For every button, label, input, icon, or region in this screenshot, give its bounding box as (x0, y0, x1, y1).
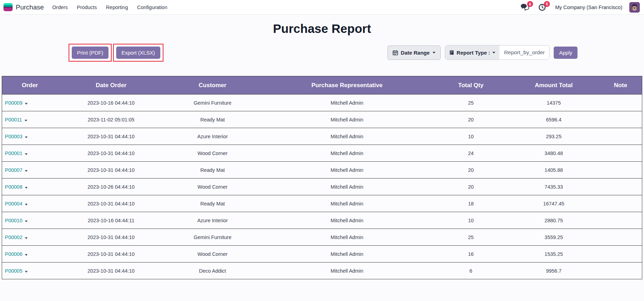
order-dropdown-icon[interactable] (25, 204, 28, 205)
date-order-cell: 2023-10-16 04:44:10 (58, 94, 164, 111)
col-header-amount: Amount Total (508, 76, 599, 94)
total-qty-cell: 16 (433, 246, 508, 262)
order-link[interactable]: P00011 (5, 117, 22, 122)
order-cell: P00007 (2, 162, 58, 178)
date-order-cell: 2023-10-31 04:44:10 (58, 162, 164, 178)
print-button-highlight: Print (PDF) (69, 44, 112, 62)
col-header-customer: Customer (164, 76, 260, 94)
app-brand[interactable]: Purchase (4, 3, 44, 11)
order-dropdown-icon[interactable] (25, 271, 28, 273)
order-link[interactable]: P00006 (5, 251, 22, 257)
order-dropdown-icon[interactable] (25, 153, 28, 155)
table-row: P00001 2023-10-31 04:44:10 Wood Corner M… (2, 145, 642, 162)
activities-menu-button[interactable]: 5 (538, 4, 546, 11)
order-cell: P00002 (2, 229, 58, 246)
col-header-order: Order (2, 76, 58, 94)
order-dropdown-icon[interactable] (25, 170, 28, 172)
order-link[interactable]: P00005 (5, 268, 22, 274)
order-link[interactable]: P00001 (5, 150, 22, 156)
order-link[interactable]: P00008 (5, 184, 22, 190)
order-link[interactable]: P00010 (5, 218, 22, 223)
order-cell: P00004 (2, 195, 58, 212)
note-cell (599, 212, 642, 229)
nav-item-products[interactable]: Products (77, 5, 97, 10)
amount-cell: 6596.4 (508, 111, 599, 128)
order-dropdown-icon[interactable] (25, 237, 28, 239)
col-header-note: Note (599, 76, 642, 94)
customer-cell: Wood Corner (164, 145, 260, 162)
customer-cell: Azure Interior (164, 212, 260, 229)
report-type-group: Report Type : Report_by_order (445, 45, 550, 60)
report-type-label: Report Type : (457, 50, 490, 56)
book-icon (449, 50, 454, 55)
rep-cell: Mitchell Admin (260, 111, 433, 128)
messages-menu-button[interactable]: 6 (520, 4, 529, 11)
customer-cell: Deco Addict (164, 262, 260, 279)
order-dropdown-icon[interactable] (25, 220, 28, 222)
table-row: P00008 2023-10-26 04:44:10 Wood Corner M… (2, 178, 642, 195)
order-dropdown-icon[interactable] (25, 103, 28, 105)
report-controls: Print (PDF) Export (XLSX) Dat (0, 43, 644, 62)
order-link[interactable]: P00009 (5, 100, 22, 106)
rep-cell: Mitchell Admin (260, 162, 433, 178)
order-cell: P00001 (2, 145, 58, 162)
rep-cell: Mitchell Admin (260, 195, 433, 212)
total-qty-cell: 10 (433, 212, 508, 229)
nav-item-reporting[interactable]: Reporting (106, 5, 128, 10)
note-cell (599, 128, 642, 145)
date-range-label: Date Range (401, 50, 430, 56)
print-pdf-button[interactable]: Print (PDF) (72, 47, 108, 59)
note-cell (599, 145, 642, 162)
customer-cell: Azure Interior (164, 128, 260, 145)
nav-item-configuration[interactable]: Configuration (137, 5, 167, 10)
amount-cell: 3480.48 (508, 145, 599, 162)
order-dropdown-icon[interactable] (25, 187, 28, 189)
customer-cell: Ready Mat (164, 162, 260, 178)
date-order-cell: 2023-10-31 04:44:10 (58, 145, 164, 162)
date-order-cell: 2023-10-16 04:44:11 (58, 212, 164, 229)
date-order-cell: 2023-10-26 04:44:10 (58, 178, 164, 195)
nav-item-orders[interactable]: Orders (52, 5, 68, 10)
export-xlsx-button[interactable]: Export (XLSX) (116, 47, 160, 59)
date-order-cell: 2023-11-02 05:01:05 (58, 111, 164, 128)
app-name: Purchase (16, 4, 44, 11)
order-dropdown-icon[interactable] (25, 254, 28, 256)
company-switcher[interactable]: My Company (San Francisco) (555, 5, 622, 10)
order-cell: P00009 (2, 94, 58, 111)
order-dropdown-icon[interactable] (25, 136, 28, 138)
apply-button[interactable]: Apply (554, 47, 578, 59)
purchase-report-table: Order Date Order Customer Purchase Repre… (2, 76, 642, 279)
date-order-cell: 2023-10-31 04:44:10 (58, 262, 164, 279)
report-type-value[interactable]: Report_by_order (499, 46, 549, 59)
total-qty-cell: 20 (433, 162, 508, 178)
note-cell (599, 162, 642, 178)
rep-cell: Mitchell Admin (260, 94, 433, 111)
note-cell (599, 262, 642, 279)
total-qty-cell: 10 (433, 128, 508, 145)
table-row: P00003 2023-10-31 04:44:10 Azure Interio… (2, 128, 642, 145)
table-row: P00011 2023-11-02 05:01:05 Ready Mat Mit… (2, 111, 642, 128)
date-range-dropdown[interactable]: Date Range (387, 46, 441, 60)
main-menu: Orders Products Reporting Configuration (52, 5, 167, 10)
order-link[interactable]: P00002 (5, 234, 22, 240)
report-type-dropdown[interactable]: Report Type : (445, 46, 500, 59)
order-link[interactable]: P00004 (5, 201, 22, 206)
col-header-rep: Purchase Representative (260, 76, 433, 94)
total-qty-cell: 6 (433, 262, 508, 279)
order-link[interactable]: P00007 (5, 167, 22, 173)
amount-cell: 14375 (508, 94, 599, 111)
note-cell (599, 195, 642, 212)
note-cell (599, 94, 642, 111)
order-dropdown-icon[interactable] (24, 120, 27, 121)
amount-cell: 7435.33 (508, 178, 599, 195)
date-order-cell: 2023-10-31 04:44:10 (58, 246, 164, 262)
amount-cell: 3559.25 (508, 229, 599, 246)
order-link[interactable]: P00003 (5, 134, 22, 139)
report-page: Purchase Report Print (PDF) Export (XLSX… (0, 15, 644, 279)
rep-cell: Mitchell Admin (260, 178, 433, 195)
customer-cell: Gemini Furniture (164, 94, 260, 111)
export-button-highlight: Export (XLSX) (113, 44, 163, 62)
user-avatar[interactable] (629, 2, 640, 13)
activities-count-badge: 5 (544, 1, 550, 7)
amount-cell: 293.25 (508, 128, 599, 145)
